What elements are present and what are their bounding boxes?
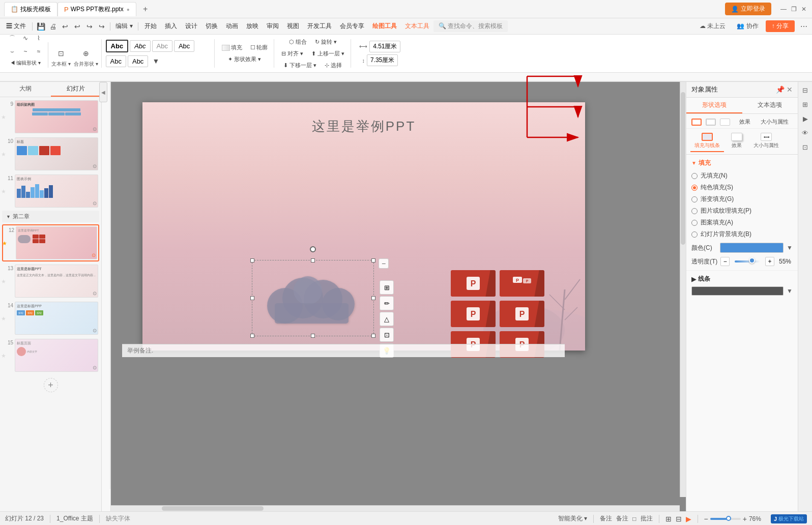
beautify-btn[interactable]: 智能美化 ▾ [558, 514, 587, 523]
size-props-tab[interactable]: 大小与属性 [757, 117, 793, 127]
color-dropdown[interactable]: ▼ [787, 244, 793, 251]
menu-review[interactable]: 审阅 [263, 20, 283, 33]
textbox-btn[interactable]: ⊡ [55, 47, 67, 60]
text-style-6[interactable]: Abc [128, 55, 148, 67]
menu-member[interactable]: 会员专享 [336, 20, 368, 33]
menu-draw-tools[interactable]: 绘图工具 [368, 20, 401, 33]
sidebar-tab-outline[interactable]: 大纲 [0, 82, 51, 97]
float-pencil-btn[interactable]: ✏ [380, 296, 394, 310]
fill-pattern-option[interactable]: 图案填充(A) [691, 218, 793, 227]
print-button[interactable]: 🖨 [47, 20, 59, 33]
float-layers-btn[interactable]: ⊞ [380, 280, 394, 295]
select-btn[interactable]: ⊹ 选择 [322, 61, 345, 70]
curve-tool-3[interactable]: ⌇ [33, 32, 45, 44]
curve-tool-1[interactable]: ⌒ [6, 32, 18, 44]
ppt-icon-1[interactable]: P [451, 270, 496, 297]
minimize-button[interactable]: — [779, 5, 788, 13]
minus-btn[interactable]: − [379, 258, 389, 269]
cloud-button[interactable]: ☁ 未上云 [695, 20, 730, 32]
fill-none-radio[interactable] [691, 173, 698, 179]
more-options[interactable]: ⋯ [798, 20, 810, 33]
menu-insert[interactable]: 插入 [161, 20, 181, 33]
zoom-slider[interactable] [710, 518, 741, 520]
fill-picture-option[interactable]: 图片或纹理填充(P) [691, 207, 793, 215]
text-style-3[interactable]: Abc [152, 40, 172, 52]
menu-edit[interactable]: 编辑 ▾ [112, 21, 135, 32]
slide-item-14[interactable]: 14 这里是标题PPP 按钮 按钮 按钮 ⊙ ★ [2, 301, 99, 336]
zoom-value[interactable]: 76% [749, 515, 767, 522]
slide-item-9[interactable]: 9 组织架构图 ⊙ [2, 99, 99, 134]
move-up-btn[interactable]: ⬆ 上移一层 ▾ [308, 49, 347, 59]
height-input[interactable]: 7.35厘米 [367, 54, 398, 66]
restore-button[interactable]: ❐ [790, 5, 798, 13]
slide-item-12[interactable]: 12 这里是举例PPT [2, 224, 99, 261]
view-normal-btn[interactable]: ⊞ [665, 515, 672, 523]
fill-slide-bg-radio[interactable] [691, 231, 698, 238]
collab-button[interactable]: 👥 协作 [733, 20, 762, 32]
effects-tab[interactable]: 效果 [735, 117, 755, 127]
panel-pin-btn[interactable]: 📌 [776, 85, 785, 94]
undo2-button[interactable]: ↩ [71, 20, 83, 33]
line-dropdown[interactable]: ▼ [787, 287, 793, 295]
ppt-icon-2[interactable]: P P [500, 270, 544, 297]
ppt-icon-3[interactable]: P [451, 301, 496, 327]
float-fill-btn[interactable]: △ [380, 312, 394, 326]
slide-canvas[interactable]: 这里是举例PPT [142, 102, 585, 351]
add-slide-btn[interactable]: + [2, 375, 99, 395]
size-icon-tab[interactable]: ⟷ 大小与属性 [749, 131, 783, 152]
outline-btn[interactable]: ☐ 轮廓 [247, 43, 271, 52]
fill-solid-radio[interactable] [691, 185, 698, 191]
transparency-thumb[interactable] [749, 257, 755, 264]
layout-icon-btn[interactable]: ⊡ [799, 141, 811, 153]
text-style-2[interactable]: Abc [130, 40, 150, 52]
fill-solid-option[interactable]: 纯色填充(S) [691, 183, 793, 192]
edit-shape-btn[interactable]: ◀ 编辑形状 ▾ [7, 59, 44, 68]
line-preview[interactable] [691, 286, 784, 296]
redo-button[interactable]: ↪ [83, 20, 96, 33]
ppt-icon-4[interactable]: P [500, 301, 544, 327]
search-command[interactable]: 🔍 查找命令、搜索模板 [433, 20, 508, 32]
menu-view[interactable]: 视图 [283, 20, 303, 33]
zoom-in-btn[interactable]: + [743, 515, 747, 523]
notes-area[interactable]: 举例备注. [122, 344, 565, 357]
menu-design[interactable]: 设计 [181, 20, 201, 33]
align-btn[interactable]: ⊟ 对齐 ▾ [278, 49, 306, 59]
curve-tool-6[interactable]: ≈ [33, 45, 45, 57]
comments-label[interactable]: 批注 [641, 514, 653, 523]
transparency-plus[interactable]: + [765, 257, 774, 266]
shape-effects-btn[interactable]: ✦ 形状效果 ▾ [225, 54, 264, 64]
slides-icon-btn[interactable]: ⊞ [799, 98, 811, 110]
font-warning[interactable]: 缺失字体 [106, 514, 130, 523]
notes-label[interactable]: 备注 [616, 514, 628, 523]
login-button[interactable]: 👤 立即登录 [725, 3, 771, 15]
undo-button[interactable]: ↩ [59, 20, 71, 33]
menu-dev[interactable]: 开发工具 [303, 20, 336, 33]
h-scrollbar[interactable] [111, 505, 680, 511]
fill-gradient-radio[interactable] [691, 196, 698, 202]
line-section-title[interactable]: ▶ 线条 [691, 275, 793, 283]
close-button[interactable]: ✕ [800, 5, 808, 13]
slide-item-13[interactable]: 13 这里是标题PPT 这里是正文内容文本，这里是内容，这里是文字说明内容...… [2, 264, 99, 299]
text-style-1[interactable]: Abc [106, 40, 129, 52]
fill-btn[interactable]: 填充 [219, 43, 245, 52]
panel-tab-text[interactable]: 文本选项 [742, 98, 798, 113]
text-style-4[interactable]: Abc [174, 40, 194, 52]
merge-shapes-btn[interactable]: ⊕ [80, 47, 92, 60]
width-input[interactable]: 4.51厘米 [369, 41, 400, 52]
fill-picture-radio[interactable] [691, 208, 698, 214]
slide-item-11[interactable]: 11 图表示例 [2, 173, 99, 209]
fill-none-option[interactable]: 无填充(N) [691, 171, 793, 180]
panel-close-btn[interactable]: ✕ [787, 85, 793, 94]
cloud-shape-container[interactable]: − [254, 262, 371, 334]
slide-item-15[interactable]: 15 标题页面 内容文字 ⊙ ★ [2, 338, 99, 373]
zoom-out-btn[interactable]: − [704, 515, 708, 523]
slide-item-10[interactable]: 10 标题 ⊙ ★ [2, 136, 99, 171]
curve-tool-4[interactable]: ⌣ [6, 45, 18, 57]
rotation-handle[interactable] [310, 246, 316, 252]
new-tab-button[interactable]: + [138, 2, 153, 16]
float-copy-btn[interactable]: ⊡ [380, 328, 394, 342]
fill-stroke-icon-tab[interactable]: 填充与线条 [690, 131, 724, 152]
tab-template[interactable]: 📋 找板壳模板 [4, 2, 57, 16]
view-grid-btn[interactable]: ⊟ [676, 515, 682, 523]
sidebar-collapse[interactable]: ◀ [99, 82, 107, 102]
